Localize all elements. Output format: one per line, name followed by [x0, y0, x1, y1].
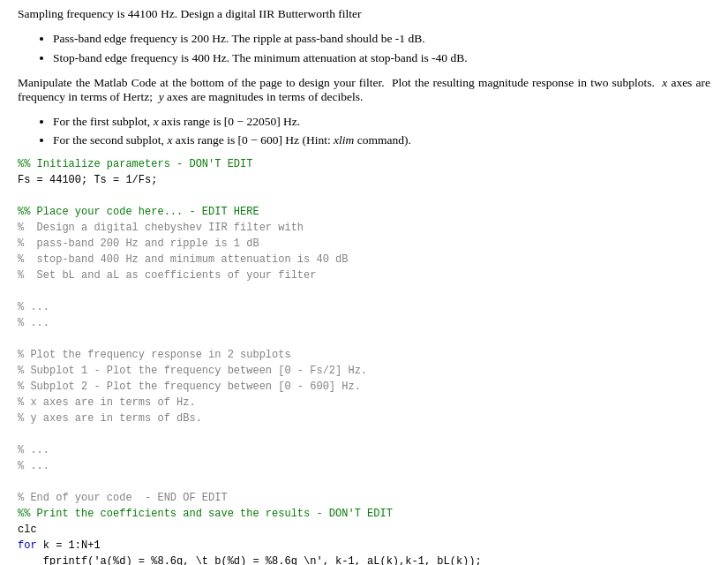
subplot-instructions: For the first subplot, x axis range is [… — [53, 115, 710, 147]
subplot1-instruction: For the first subplot, x axis range is [… — [53, 115, 710, 129]
code-line-25: for k = 1:N+1 — [18, 538, 710, 554]
code-line-8: % Set bL and aL as coefficients of your … — [18, 267, 710, 283]
code-line-23: %% Print the coefficients and save the r… — [18, 506, 710, 522]
code-line-20: % ... — [18, 458, 710, 474]
requirements-list: Pass-band edge frequency is 200 Hz. The … — [53, 32, 710, 65]
code-line-26: fprintf('a(%d) = %8.6g, \t b(%d) = %8.6g… — [18, 554, 710, 565]
code-line-15: % Subplot 2 - Plot the frequency between… — [18, 379, 710, 395]
code-line-6: % pass-band 200 Hz and ripple is 1 dB — [18, 236, 710, 252]
code-line-16: % x axes are in terms of Hz. — [18, 395, 710, 411]
subplot2-instruction: For the second subplot, x axis range is … — [53, 133, 710, 147]
code-line-24: clc — [18, 522, 710, 538]
requirement-passband: Pass-band edge frequency is 200 Hz. The … — [53, 32, 710, 46]
code-line-17: % y axes are in terms of dBs. — [18, 411, 710, 426]
intro-text: Sampling frequency is 44100 Hz. Design a… — [18, 7, 710, 21]
code-line-13: % Plot the frequency response in 2 subpl… — [18, 347, 710, 363]
code-line-21 — [18, 474, 710, 490]
code-line-14: % Subplot 1 - Plot the frequency between… — [18, 363, 710, 379]
code-line-5: % Design a digital chebyshev IIR filter … — [18, 220, 710, 236]
code-line-22: % End of your code - END OF EDIT — [18, 490, 710, 506]
code-line-11: % ... — [18, 315, 710, 331]
code-line-2: Fs = 44100; Ts = 1/Fs; — [18, 172, 710, 188]
code-line-1: %% Initialize parameters - DON'T EDIT — [18, 156, 710, 172]
for-keyword: for — [18, 539, 37, 552]
requirement-stopband: Stop-band edge frequency is 400 Hz. The … — [53, 51, 710, 65]
code-line-9 — [18, 283, 710, 299]
code-line-12 — [18, 331, 710, 347]
code-block: %% Initialize parameters - DON'T EDIT Fs… — [18, 156, 710, 565]
code-line-7: % stop-band 400 Hz and minimum attenuati… — [18, 252, 710, 267]
instruction-paragraph: Manipulate the Matlab Code at the bottom… — [18, 76, 710, 104]
code-line-3 — [18, 188, 710, 204]
code-line-4: %% Place your code here... - EDIT HERE — [18, 204, 710, 220]
code-line-19: % ... — [18, 442, 710, 458]
for-body: k = 1:N+1 — [37, 539, 101, 552]
code-line-10: % ... — [18, 299, 710, 315]
code-line-18 — [18, 426, 710, 442]
